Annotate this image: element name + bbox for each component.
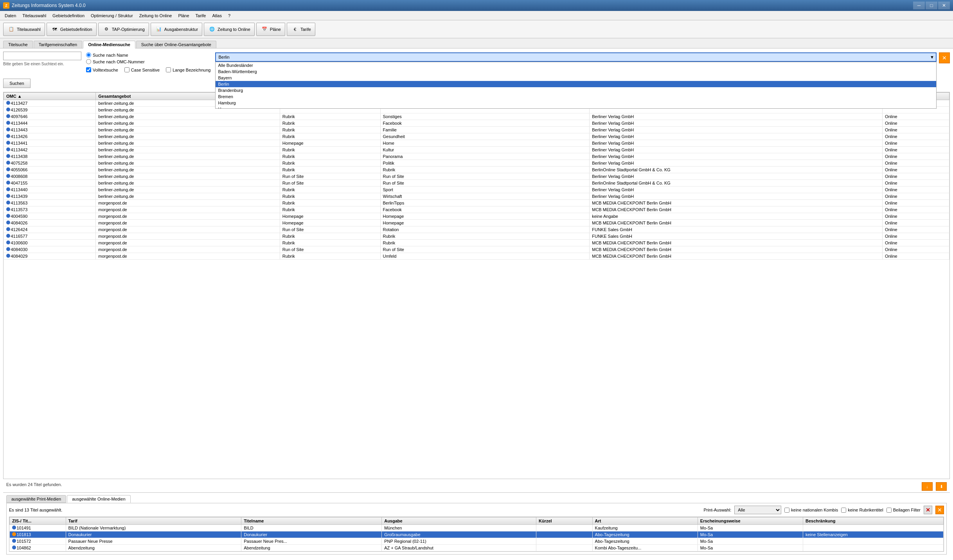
bcol-beschraenkung[interactable]: Beschränkung bbox=[803, 517, 944, 525]
dropdown-item-hessen[interactable]: Hessen bbox=[216, 106, 936, 109]
check-beilagen[interactable]: Beilagen Filter bbox=[886, 508, 921, 513]
toolbar-ausgabenstruktur[interactable]: 📊 Ausgabenstruktur bbox=[151, 23, 202, 36]
bcol-erscheinungsweise[interactable]: Erscheinungsweise bbox=[698, 517, 803, 525]
menu-zeitung-online[interactable]: Zeitung to Online bbox=[136, 11, 175, 20]
checkbox-case-option[interactable]: Case Sensitive bbox=[124, 67, 160, 72]
table-row[interactable]: 4113563 morgenpost.de Rubrik BerlinTipps… bbox=[4, 200, 949, 206]
bcol-ausgabe[interactable]: Ausgabe bbox=[382, 517, 536, 525]
toolbar-titelauswahl[interactable]: 📋 Titelauswahl bbox=[3, 23, 45, 36]
tab-suche-online-gesamtangebote[interactable]: Suche über Online-Gesamtangebote bbox=[136, 41, 216, 48]
table-row[interactable]: 4113438 berliner-zeitung.de Rubrik Panor… bbox=[4, 153, 949, 160]
bcol-titelname[interactable]: Titelname bbox=[241, 517, 382, 525]
table-row[interactable]: 4097646 berliner-zeitung.de Rubrik Sonst… bbox=[4, 113, 949, 120]
list-item[interactable]: 101813 Donaukurier Donaukurier Großrauma… bbox=[10, 531, 944, 538]
menu-titelauswahl[interactable]: Titelauswahl bbox=[19, 11, 49, 20]
table-row[interactable]: 4113443 berliner-zeitung.de Rubrik Famil… bbox=[4, 127, 949, 133]
checkbox-fulltext-input[interactable] bbox=[86, 67, 91, 72]
menu-atlas[interactable]: Atlas bbox=[209, 11, 225, 20]
table-row[interactable]: 4084026 morgenpost.de Homepage Homepage … bbox=[4, 220, 949, 226]
dropdown-item-alle[interactable]: Alle Bundesländer bbox=[216, 62, 936, 68]
table-row[interactable]: 4100600 morgenpost.de Rubrik Rubrik MCB … bbox=[4, 240, 949, 246]
table-row[interactable]: 4055066 berliner-zeitung.de Rubrik Rubri… bbox=[4, 167, 949, 173]
menu-gebietsdefinition[interactable]: Gebietsdefinition bbox=[49, 11, 88, 20]
export-button[interactable]: ⬇ bbox=[936, 482, 947, 491]
table-row[interactable]: 4113440 berliner-zeitung.de Rubrik Sport… bbox=[4, 187, 949, 193]
minimize-button[interactable]: ─ bbox=[913, 2, 925, 9]
check-keine-rubrik-input[interactable] bbox=[841, 508, 846, 513]
bcol-kuerzel[interactable]: Kürzel bbox=[536, 517, 593, 525]
bcol-zis[interactable]: ZIS-/ Tit... bbox=[10, 517, 66, 525]
tab-online-medien[interactable]: ausgewählte Online-Medien bbox=[67, 495, 130, 503]
menu-help[interactable]: ? bbox=[225, 11, 234, 20]
remove-selection-button[interactable]: ✕ bbox=[924, 506, 932, 514]
toolbar-zeitung-online[interactable]: 🌐 Zeitung to Online bbox=[204, 23, 255, 36]
tab-tarifgemeinschaften[interactable]: Tarifgemeinschaften bbox=[34, 41, 82, 48]
tab-print-medien[interactable]: ausgewählte Print-Medien bbox=[6, 495, 66, 503]
table-row[interactable]: 4004590 morgenpost.de Homepage Homepage … bbox=[4, 213, 949, 220]
cell-site: morgenpost.de bbox=[96, 213, 280, 220]
search-input[interactable] bbox=[3, 52, 81, 60]
menu-optimierung[interactable]: Optimierung / Struktur bbox=[88, 11, 136, 20]
dropdown-item-brandenburg[interactable]: Brandenburg bbox=[216, 87, 936, 93]
toolbar-gebietsdefinition[interactable]: 🗺 Gebietsdefinition bbox=[47, 23, 97, 36]
menu-plaene[interactable]: Pläne bbox=[175, 11, 192, 20]
check-beilagen-input[interactable] bbox=[886, 508, 892, 513]
print-auswahl-dropdown[interactable]: Alle bbox=[734, 506, 781, 514]
dropdown-item-bw[interactable]: Baden-Württemberg bbox=[216, 68, 936, 75]
menu-daten[interactable]: Daten bbox=[2, 11, 19, 20]
check-keine-rubrik[interactable]: keine Rubrikentitel bbox=[841, 508, 883, 513]
table-row[interactable]: 4084029 morgenpost.de Rubrik Umfeld MCB … bbox=[4, 253, 949, 260]
checkbox-case-input[interactable] bbox=[124, 67, 129, 72]
checkbox-fulltext-option[interactable]: Volltextsuche bbox=[86, 67, 118, 72]
radio-omc-option[interactable]: Suche nach OMC-Nummer bbox=[86, 59, 210, 64]
table-row[interactable]: 4113426 berliner-zeitung.de Rubrik Gesun… bbox=[4, 133, 949, 140]
check-beilagen-label: Beilagen Filter bbox=[893, 508, 921, 512]
bcol-tarif[interactable]: Tarif bbox=[66, 517, 241, 525]
export-down-button[interactable]: ↓ bbox=[922, 482, 933, 491]
table-row[interactable]: 4113442 berliner-zeitung.de Rubrik Kultu… bbox=[4, 147, 949, 153]
table-row[interactable]: 4008608 berliner-zeitung.de Run of Site … bbox=[4, 173, 949, 180]
state-dropdown[interactable]: Berlin ▼ bbox=[215, 52, 937, 62]
dropdown-item-hamburg[interactable]: Hamburg bbox=[216, 100, 936, 106]
bottom-table-container[interactable]: ZIS-/ Tit... Tarif Titelname Ausgabe Kür… bbox=[9, 517, 944, 552]
state-dropdown-list[interactable]: Alle Bundesländer Baden-Württemberg Baye… bbox=[215, 62, 937, 109]
tab-titelsuche[interactable]: Titelsuche bbox=[3, 41, 33, 48]
radio-omc-input[interactable] bbox=[86, 59, 91, 64]
list-item[interactable]: 104862 Abendzeitung Abendzeitung AZ + GA… bbox=[10, 545, 944, 551]
dropdown-item-berlin[interactable]: Berlin bbox=[216, 81, 936, 87]
dropdown-item-bremen[interactable]: Bremen bbox=[216, 93, 936, 100]
table-row[interactable]: 4113441 berliner-zeitung.de Homepage Hom… bbox=[4, 140, 949, 147]
table-row[interactable]: 4075258 berliner-zeitung.de Rubrik Polit… bbox=[4, 160, 949, 167]
toolbar-plaene[interactable]: 📅 Pläne bbox=[256, 23, 285, 36]
toolbar-tap-optimierung[interactable]: ⚙ TAP-Optimierung bbox=[98, 23, 149, 36]
table-row[interactable]: 4113444 berliner-zeitung.de Rubrik Faceb… bbox=[4, 120, 949, 127]
cell-site: berliner-zeitung.de bbox=[96, 173, 280, 180]
table-row[interactable]: 4084030 morgenpost.de Run of Site Run of… bbox=[4, 246, 949, 253]
tab-online-mediensuche[interactable]: Online-Mediensuche bbox=[83, 41, 135, 48]
toolbar-tarife[interactable]: € Tarife bbox=[287, 23, 315, 36]
check-keine-national[interactable]: keine nationalen Kombis bbox=[784, 508, 838, 513]
table-row[interactable]: 4113439 berliner-zeitung.de Rubrik Wirts… bbox=[4, 193, 949, 200]
close-button[interactable]: ✕ bbox=[938, 2, 950, 9]
table-row[interactable]: 4116577 morgenpost.de Rubrik Rubrik FUNK… bbox=[4, 233, 949, 240]
checkbox-long-input[interactable] bbox=[166, 67, 171, 72]
clear-search-button[interactable]: ✕ bbox=[939, 52, 950, 63]
table-row[interactable]: 4047155 berliner-zeitung.de Run of Site … bbox=[4, 180, 949, 187]
table-row[interactable]: 4113573 morgenpost.de Rubrik Facebook MC… bbox=[4, 206, 949, 213]
checkbox-long-option[interactable]: Lange Bezeichnung bbox=[166, 67, 210, 72]
col-header-omc[interactable]: OMC ▲ bbox=[4, 93, 96, 100]
list-item[interactable]: 101491 BILD (Nationale Vermarktung) BILD… bbox=[10, 525, 944, 531]
cell-omc: 4113563 bbox=[4, 200, 96, 206]
radio-name-input[interactable] bbox=[86, 52, 91, 57]
check-keine-national-input[interactable] bbox=[784, 508, 789, 513]
bcol-art[interactable]: Art bbox=[592, 517, 698, 525]
menu-tarife[interactable]: Tarife bbox=[192, 11, 209, 20]
remove-all-button[interactable]: ✕ bbox=[935, 506, 944, 514]
table-row[interactable]: 4126424 morgenpost.de Run of Site Rotati… bbox=[4, 226, 949, 233]
radio-name-option[interactable]: Suche nach Name bbox=[86, 52, 210, 57]
search-button[interactable]: Suchen bbox=[3, 79, 31, 88]
main-data-table-container[interactable]: OMC ▲ Gesamtangebot 4113427 berliner-zei… bbox=[3, 92, 950, 479]
dropdown-item-bayern[interactable]: Bayern bbox=[216, 75, 936, 81]
maximize-button[interactable]: □ bbox=[926, 2, 937, 9]
list-item[interactable]: 101572 Passauer Neue Presse Passauer Neu… bbox=[10, 538, 944, 545]
